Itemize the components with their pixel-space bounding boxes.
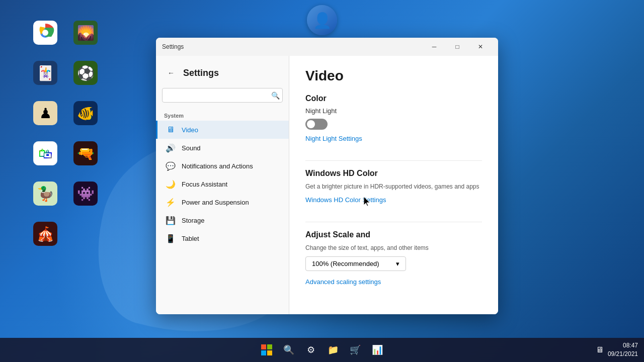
settings-body: ← Settings 🔍 System 🖥 Video 🔊 Sound xyxy=(156,56,498,314)
app-game6[interactable]: 🎪 xyxy=(28,216,63,251)
settings-title: Settings xyxy=(162,43,423,50)
sidebar-item-sound-label: Sound xyxy=(182,144,201,152)
search-icon-button[interactable]: 🔍 xyxy=(271,92,280,100)
app-game4[interactable]: 🔫 xyxy=(68,136,103,171)
settings-sidebar: ← Settings 🔍 System 🖥 Video 🔊 Sound xyxy=(156,56,289,314)
divider-1 xyxy=(305,160,482,161)
app-game3[interactable]: 🐠 xyxy=(68,96,103,131)
sidebar-section-label: System xyxy=(156,109,289,121)
sidebar-item-tablet[interactable]: 📱 Tablet xyxy=(156,229,289,247)
svg-rect-5 xyxy=(261,350,266,355)
sidebar-item-focus[interactable]: 🌙 Focus Assistant xyxy=(156,175,289,193)
hd-color-settings-link[interactable]: Windows HD Color Settings xyxy=(305,196,386,204)
taskbar-excel-button[interactable]: 📊 xyxy=(368,341,386,359)
taskbar-settings-button[interactable]: ⚙ xyxy=(302,341,320,359)
desktop-icons: 🌄 🃏 ⚽ ♟ 🐠 xyxy=(28,15,103,251)
user-avatar: 👤 xyxy=(307,5,337,35)
app-game5[interactable]: 👾 xyxy=(68,176,103,211)
focus-icon: 🌙 xyxy=(166,179,176,189)
sidebar-item-focus-label: Focus Assistant xyxy=(182,180,227,188)
sidebar-item-sound[interactable]: 🔊 Sound xyxy=(156,139,289,157)
hd-color-heading: Windows HD Color xyxy=(305,169,482,178)
storage-icon: 💾 xyxy=(166,215,176,225)
power-icon: ⚡ xyxy=(166,197,176,207)
divider-2 xyxy=(305,222,482,222)
sidebar-header: ← Settings xyxy=(156,62,289,88)
sidebar-item-notifications[interactable]: 💬 Notifications and Actions xyxy=(156,157,289,175)
app-duck[interactable]: 🦆 xyxy=(28,176,63,211)
app-game2[interactable]: ⚽ xyxy=(68,55,103,90)
sound-icon: 🔊 xyxy=(166,143,176,153)
sidebar-item-power-label: Power and Suspension xyxy=(182,199,249,206)
sidebar-item-power[interactable]: ⚡ Power and Suspension xyxy=(156,193,289,211)
night-light-toggle-container xyxy=(305,119,482,130)
taskbar-clock: 08:47 09/21/2021 xyxy=(608,341,638,358)
svg-point-2 xyxy=(42,30,48,36)
app-chrome[interactable] xyxy=(28,15,63,50)
taskbar-time: 08:47 xyxy=(608,341,638,350)
chevron-down-icon: ▾ xyxy=(396,260,399,267)
search-box: 🔍 xyxy=(162,88,283,103)
svg-rect-4 xyxy=(267,344,272,349)
taskbar-date: 09/21/2021 xyxy=(608,350,638,358)
app-chess[interactable]: ♟ xyxy=(28,96,63,131)
taskbar-sys-icons: 🖥 xyxy=(596,345,604,354)
hd-color-description: Get a brighter picture in HDR-supported … xyxy=(305,182,482,191)
back-button[interactable]: ← xyxy=(164,66,178,80)
video-icon: 🖥 xyxy=(166,125,176,135)
app-solitaire[interactable]: 🃏 xyxy=(28,55,63,90)
app-game1[interactable]: 🌄 xyxy=(68,15,103,50)
scale-description: Change the size of text, apps, and other… xyxy=(305,243,482,252)
page-title: Video xyxy=(305,68,482,84)
settings-window: Settings ─ □ ✕ ← Settings 🔍 System xyxy=(156,38,498,314)
close-button[interactable]: ✕ xyxy=(469,39,492,55)
notifications-icon: 💬 xyxy=(166,161,176,171)
svg-rect-3 xyxy=(261,344,266,349)
minimize-button[interactable]: ─ xyxy=(423,39,446,55)
color-section-heading: Color xyxy=(305,94,482,103)
svg-rect-6 xyxy=(267,350,272,355)
sidebar-item-storage[interactable]: 💾 Storage xyxy=(156,211,289,229)
sidebar-item-video[interactable]: 🖥 Video xyxy=(156,121,289,139)
sidebar-item-tablet-label: Tablet xyxy=(182,235,199,242)
sidebar-item-video-label: Video xyxy=(182,126,198,134)
settings-content: Video Color Night Light Night Light Sett… xyxy=(289,56,498,314)
desktop: 🌄 🃏 ⚽ ♟ 🐠 xyxy=(0,0,644,362)
window-controls: ─ □ ✕ xyxy=(423,39,492,55)
search-input[interactable] xyxy=(162,88,283,103)
night-light-label: Night Light xyxy=(305,107,482,115)
scale-value: 100% (Recommended) xyxy=(312,260,379,267)
monitor-icon: 🖥 xyxy=(596,345,604,354)
taskbar-start-button[interactable] xyxy=(258,341,276,359)
night-light-toggle[interactable] xyxy=(305,119,328,130)
scale-section-heading: Adjust Scale and xyxy=(305,230,482,239)
night-light-settings-link[interactable]: Night Light Settings xyxy=(305,135,362,142)
maximize-button[interactable]: □ xyxy=(446,39,469,55)
sidebar-item-storage-label: Storage xyxy=(182,217,205,224)
taskbar-search-button[interactable]: 🔍 xyxy=(280,341,298,359)
taskbar-center: 🔍 ⚙ 📁 🛒 📊 xyxy=(258,341,386,359)
scale-dropdown[interactable]: 100% (Recommended) ▾ xyxy=(305,256,406,271)
advanced-scaling-link[interactable]: Advanced scaling settings xyxy=(305,278,381,286)
taskbar: 🔍 ⚙ 📁 🛒 📊 🖥 08:47 09/21/2021 xyxy=(0,338,644,362)
settings-titlebar: Settings ─ □ ✕ xyxy=(156,38,498,56)
taskbar-store-button[interactable]: 🛒 xyxy=(346,341,364,359)
tablet-icon: 📱 xyxy=(166,233,176,243)
taskbar-explorer-button[interactable]: 📁 xyxy=(324,341,342,359)
taskbar-right: 🖥 08:47 09/21/2021 xyxy=(596,341,638,358)
sidebar-title: Settings xyxy=(183,68,219,78)
app-store[interactable]: 🛍 xyxy=(28,136,63,171)
sidebar-item-notifications-label: Notifications and Actions xyxy=(182,162,253,170)
